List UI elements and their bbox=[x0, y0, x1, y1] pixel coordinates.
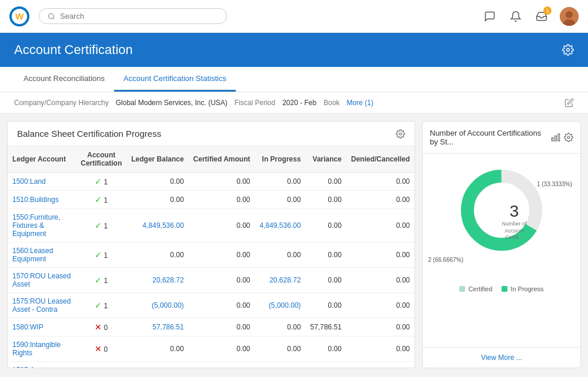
search-bar[interactable] bbox=[39, 8, 227, 24]
donut-chart-wrapper: 3 Number of Account Certifi... 1 (33.333… bbox=[437, 163, 566, 281]
cell-cert: ✓ 1 bbox=[76, 209, 126, 243]
chart-label-right: 1 (33.3333%) bbox=[537, 181, 572, 187]
chat-icon-btn[interactable] bbox=[482, 9, 497, 24]
cell-account[interactable]: 1580:WIP bbox=[8, 318, 76, 336]
user-avatar[interactable] bbox=[560, 7, 579, 26]
tab-statistics[interactable]: Account Certification Statistics bbox=[114, 67, 236, 92]
cell-certified: 0.00 bbox=[189, 362, 255, 368]
cell-cert: ✓ 1 bbox=[76, 268, 126, 293]
cell-ledger[interactable]: 4,849,536.00 bbox=[126, 209, 188, 243]
cell-certified: 0.00 bbox=[189, 209, 255, 243]
cell-inprogress[interactable]: 20,628.72 bbox=[255, 268, 306, 293]
cell-variance: 57,786.51 bbox=[306, 318, 346, 336]
table-row: 1560:Leased Equipment ✓ 1 0.00 0.00 0.00… bbox=[8, 243, 415, 268]
inprogress-label: In Progress bbox=[510, 285, 543, 292]
table-row: 1595:Asset Clearing - Multi-Book ✕ 0 0.0… bbox=[8, 362, 415, 368]
table-row: 1510:Buildings ✓ 1 0.00 0.00 0.00 0.00 0… bbox=[8, 191, 415, 209]
filter-bar: Company/Company Hierarchy Global Modern … bbox=[0, 92, 588, 114]
cell-variance: 0.00 bbox=[306, 293, 346, 318]
panel-settings-btn[interactable] bbox=[396, 129, 405, 139]
cell-certified: 0.00 bbox=[189, 243, 255, 268]
cell-ledger: 0.00 bbox=[126, 362, 188, 368]
cell-account[interactable]: 1510:Buildings bbox=[8, 191, 76, 209]
donut-center: 3 Number of Account Certifi... bbox=[497, 202, 532, 241]
cell-inprogress: 0.00 bbox=[255, 243, 306, 268]
cell-certified: 0.00 bbox=[189, 318, 255, 336]
col-denied: Denied/Cancelled bbox=[346, 146, 415, 173]
cell-ledger[interactable]: 20,628.72 bbox=[126, 268, 188, 293]
search-icon bbox=[48, 12, 55, 21]
cell-ledger: 0.00 bbox=[126, 243, 188, 268]
inbox-icon-btn[interactable]: 1 bbox=[534, 9, 549, 24]
col-certified-amount: Certified Amount bbox=[189, 146, 255, 173]
col-ledger-account: Ledger Account bbox=[8, 146, 76, 173]
col-ledger-balance: Ledger Balance bbox=[126, 146, 188, 173]
legend-inprogress: In Progress bbox=[502, 285, 543, 292]
more-label[interactable]: More (1) bbox=[347, 99, 373, 107]
table-row: 1570:ROU Leased Asset ✓ 1 20,628.72 0.00… bbox=[8, 268, 415, 293]
panel-header: Balance Sheet Certification Progress bbox=[8, 122, 415, 146]
cell-cert: ✕ 0 bbox=[76, 362, 126, 368]
bell-icon-btn[interactable] bbox=[508, 9, 523, 24]
cell-certified: 0.00 bbox=[189, 268, 255, 293]
view-more-btn[interactable]: View More ... bbox=[423, 347, 580, 368]
chart-panel-header: Number of Account Certifications by St..… bbox=[423, 122, 580, 154]
chart-type-btn[interactable] bbox=[551, 133, 560, 142]
col-variance: Variance bbox=[306, 146, 346, 173]
donut-number: 3 bbox=[497, 202, 532, 221]
balance-sheet-panel: Balance Sheet Certification Progress Led… bbox=[7, 121, 415, 368]
cert-x-icon: ✕ bbox=[95, 344, 102, 354]
cert-check-icon: ✓ bbox=[95, 221, 102, 230]
company-value: Global Modern Services, Inc. (USA) bbox=[116, 99, 228, 107]
cell-account[interactable]: 1595:Asset Clearing - Multi-Book bbox=[8, 362, 76, 368]
col-account-cert: AccountCertification bbox=[76, 146, 126, 173]
tab-reconciliations[interactable]: Account Reconciliations bbox=[14, 67, 114, 92]
cell-inprogress: 0.00 bbox=[255, 362, 306, 368]
bell-icon bbox=[510, 11, 522, 22]
table-row: 1575:ROU Leased Asset - Contra ✓ 1 (5,00… bbox=[8, 293, 415, 318]
cell-inprogress[interactable]: 4,849,536.00 bbox=[255, 209, 306, 243]
cell-account[interactable]: 1590:Intangible Rights bbox=[8, 336, 76, 362]
search-input[interactable] bbox=[60, 12, 218, 21]
cell-ledger: 0.00 bbox=[126, 336, 188, 362]
cell-account[interactable]: 1550:Furniture, Fixtures & Equipment bbox=[8, 209, 76, 243]
cell-inprogress[interactable]: (5,000.00) bbox=[255, 293, 306, 318]
chart-area: 3 Number of Account Certifi... 1 (33.333… bbox=[423, 154, 580, 347]
cell-variance: 0.00 bbox=[306, 173, 346, 191]
chart-settings-btn[interactable] bbox=[564, 133, 573, 142]
cell-cert: ✓ 1 bbox=[76, 191, 126, 209]
logo[interactable]: W bbox=[9, 6, 29, 26]
table-row: 1590:Intangible Rights ✕ 0 0.00 0.00 0.0… bbox=[8, 336, 415, 362]
cell-denied: 0.00 bbox=[346, 243, 415, 268]
cell-account[interactable]: 1500:Land bbox=[8, 173, 76, 191]
chart-title: Number of Account Certifications by St..… bbox=[430, 129, 551, 146]
period-label: Fiscal Period bbox=[235, 99, 275, 107]
cell-account[interactable]: 1570:ROU Leased Asset bbox=[8, 268, 76, 293]
inprogress-dot bbox=[502, 286, 507, 292]
cell-account[interactable]: 1560:Leased Equipment bbox=[8, 243, 76, 268]
cell-denied: 0.00 bbox=[346, 191, 415, 209]
cell-cert: ✓ 1 bbox=[76, 243, 126, 268]
cell-ledger[interactable]: (5,000.00) bbox=[126, 293, 188, 318]
top-nav: W 1 bbox=[0, 0, 588, 33]
svg-point-10 bbox=[567, 136, 570, 139]
pencil-icon bbox=[564, 98, 574, 107]
cell-cert: ✓ 1 bbox=[76, 173, 126, 191]
gear-icon bbox=[562, 44, 574, 56]
cell-variance: 0.00 bbox=[306, 209, 346, 243]
cell-denied: 0.00 bbox=[346, 209, 415, 243]
nav-icons: 1 bbox=[482, 7, 579, 26]
cell-account[interactable]: 1575:ROU Leased Asset - Contra bbox=[8, 293, 76, 318]
table-row: 1550:Furniture, Fixtures & Equipment ✓ 1… bbox=[8, 209, 415, 243]
cell-variance: 0.00 bbox=[306, 191, 346, 209]
panel-title: Balance Sheet Certification Progress bbox=[17, 129, 161, 139]
legend-certified: Certified bbox=[459, 285, 492, 292]
page-settings-btn[interactable] bbox=[562, 44, 574, 56]
cell-certified: 0.00 bbox=[189, 336, 255, 362]
filter-edit-btn[interactable] bbox=[564, 98, 574, 107]
certified-label: Certified bbox=[468, 285, 492, 292]
cell-ledger[interactable]: 57,786.51 bbox=[126, 318, 188, 336]
cert-x-icon: ✕ bbox=[95, 322, 102, 332]
main-content: Balance Sheet Certification Progress Led… bbox=[0, 114, 588, 375]
svg-point-3 bbox=[566, 11, 573, 18]
